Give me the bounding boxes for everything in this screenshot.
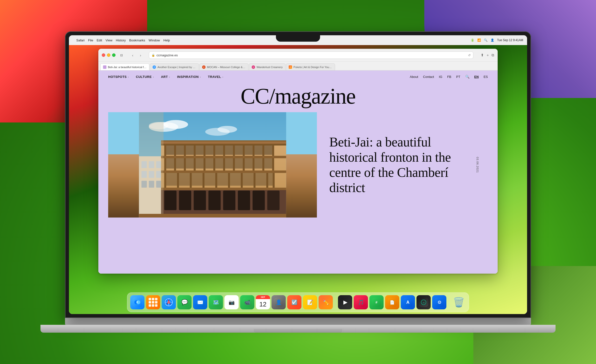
svg-rect-56: [166, 158, 174, 169]
nav-lang-en[interactable]: EN: [474, 75, 479, 79]
nav-travel[interactable]: TRAVEL ↓: [208, 75, 224, 79]
close-button[interactable]: [102, 53, 105, 57]
maximize-button[interactable]: [112, 53, 116, 57]
tab-3[interactable]: W Wanderlust Creamery: [249, 63, 285, 70]
svg-rect-67: [161, 170, 286, 173]
menu-safari[interactable]: Safari: [76, 38, 85, 42]
nav-hotspots[interactable]: HOTSPOTS ↓: [108, 75, 129, 79]
nav-right: About Contact IG FB PT 🔍 EN ES: [410, 75, 488, 79]
appstore-icon: A: [403, 298, 413, 307]
tab-2[interactable]: M MOCAN – Missouri College & Career Atta…: [199, 63, 248, 70]
safari-window[interactable]: ⊟ ‹ › 🔒 ccmagazine.es ↺ ⬆: [98, 49, 498, 274]
svg-rect-58: [186, 158, 194, 169]
tab-favicon-0: [103, 65, 106, 69]
nav-left: HOTSPOTS ↓ CULTURE ↓ ART ↓: [108, 75, 223, 79]
svg-rect-27: [233, 146, 235, 157]
messages-icon: 💬: [180, 298, 189, 307]
reload-button[interactable]: ↺: [468, 53, 471, 57]
share-button[interactable]: ⬆: [481, 53, 484, 58]
hero-section: Beti-Jai: a beautiful historical fronton…: [108, 112, 488, 218]
dock-contacts[interactable]: 👤: [272, 295, 286, 309]
back-button[interactable]: ‹: [129, 52, 136, 59]
nav-fb[interactable]: FB: [447, 75, 451, 79]
svg-rect-46: [184, 158, 186, 170]
svg-rect-71: [203, 173, 205, 188]
dock-numbers[interactable]: #: [369, 295, 384, 309]
safari-nav: ‹ ›: [129, 52, 144, 59]
dock-music[interactable]: 🎵: [354, 295, 368, 309]
menu-help[interactable]: Help: [163, 38, 170, 42]
forward-button[interactable]: ›: [137, 52, 144, 59]
address-bar[interactable]: 🔒 ccmagazine.es ↺: [149, 51, 473, 59]
nav-ig[interactable]: IG: [439, 75, 442, 79]
nav-pt[interactable]: PT: [456, 75, 460, 79]
dock-screenium[interactable]: ⊙: [432, 295, 446, 309]
dock-finder[interactable]: F: [130, 295, 144, 309]
nav-hotspots-label: HOTSPOTS: [108, 75, 127, 79]
dock-facetime[interactable]: 📹: [240, 295, 254, 309]
menu-view[interactable]: View: [105, 38, 112, 42]
svg-rect-91: [194, 191, 206, 210]
battery-icon: 🔋: [471, 38, 474, 42]
svg-rect-66: [264, 158, 272, 169]
url-text: ccmagazine.es: [156, 53, 178, 57]
dock-reminders[interactable]: ☑️: [287, 295, 301, 309]
dock-mail[interactable]: ✉️: [193, 295, 207, 309]
macos-desktop: Safari File Edit View History Bookmarks …: [69, 35, 527, 314]
tab-4[interactable]: P Poketo | Art & Design For Your Every D…: [286, 63, 335, 70]
menu-history[interactable]: History: [116, 38, 126, 42]
dock-chatgpt[interactable]: AI: [416, 295, 431, 309]
dock-notes[interactable]: 📝: [303, 295, 317, 309]
tab-overview-button[interactable]: ⧉: [492, 53, 494, 58]
menu-window[interactable]: Window: [149, 38, 160, 42]
dock-safari[interactable]: [162, 295, 176, 309]
chatgpt-icon: AI: [419, 298, 428, 307]
hero-headline: Beti-Jai: a beautiful historical fronton…: [329, 134, 480, 195]
svg-rect-48: [204, 158, 206, 170]
dock-calendar[interactable]: SEP 12: [256, 295, 270, 309]
dock-appstore[interactable]: A: [401, 295, 415, 309]
svg-rect-21: [174, 146, 176, 157]
tab-label-1: Another Escape | Inspired by nature: [157, 66, 196, 69]
menu-file[interactable]: File: [88, 38, 93, 42]
trash-icon: 🗑️: [453, 297, 465, 308]
svg-rect-52: [243, 158, 245, 170]
dock-pages[interactable]: 📄: [385, 295, 399, 309]
tab-1[interactable]: A Another Escape | Inspired by nature: [150, 63, 199, 70]
nav-lang-es[interactable]: ES: [484, 75, 488, 79]
svg-point-5: [218, 126, 237, 133]
dock-launchpad[interactable]: [146, 295, 160, 309]
svg-rect-40: [245, 146, 253, 155]
dock-photos[interactable]: 📷: [224, 295, 239, 309]
nav-culture[interactable]: CULTURE ↓: [136, 75, 154, 79]
nav-about[interactable]: About: [410, 75, 418, 79]
new-tab-button[interactable]: ＋: [486, 53, 490, 58]
nav-contact[interactable]: Contact: [423, 75, 434, 79]
dock-messages[interactable]: 💬: [177, 295, 192, 309]
svg-rect-57: [176, 158, 184, 169]
menu-edit[interactable]: Edit: [97, 38, 102, 42]
screenium-icon: ⊙: [435, 298, 444, 307]
svg-rect-55: [272, 158, 274, 170]
nav-art-arrow: ↓: [169, 75, 170, 78]
nav-search-icon[interactable]: 🔍: [465, 75, 469, 79]
macbook-hinge: [65, 318, 531, 325]
nav-culture-arrow: ↓: [153, 75, 154, 78]
hero-date: 03.06.2021: [476, 157, 479, 173]
dock-maps[interactable]: 🗺️: [209, 295, 223, 309]
dock-tv[interactable]: ▶: [338, 295, 352, 309]
menu-bookmarks[interactable]: Bookmarks: [129, 38, 145, 42]
dock-trash[interactable]: 🗑️: [452, 295, 466, 309]
nav-inspiration[interactable]: INSPIRATION ↓: [177, 75, 201, 79]
svg-rect-49: [213, 158, 215, 170]
sidebar-toggle-button[interactable]: ⊟: [118, 52, 125, 59]
svg-rect-42: [264, 146, 272, 155]
dock-freeform[interactable]: ✏️: [319, 295, 333, 309]
tab-favicon-4: P: [289, 65, 292, 69]
svg-rect-31: [272, 146, 274, 157]
minimize-button[interactable]: [107, 53, 110, 57]
tab-0[interactable]: Beti-Jai: a beautiful historical fronton…: [100, 63, 149, 70]
nav-culture-label: CULTURE: [136, 75, 152, 79]
nav-art[interactable]: ART ↓: [161, 75, 170, 79]
search-icon[interactable]: 🔍: [484, 38, 488, 42]
